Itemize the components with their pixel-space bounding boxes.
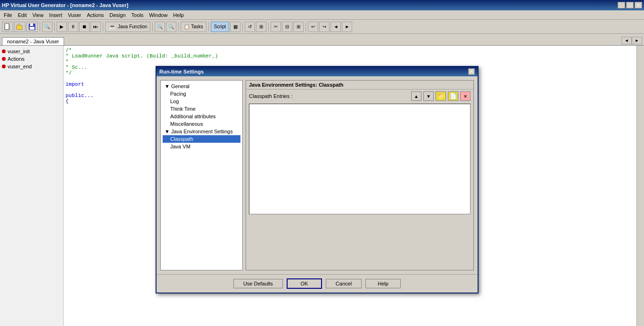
up-btn[interactable]: ▲ [411, 91, 421, 101]
down-btn[interactable]: ▼ [423, 91, 434, 101]
dtree-additional-attrs[interactable]: Additional attributes [163, 113, 240, 120]
dtree-miscellaneous[interactable]: Miscellaneous [163, 120, 240, 128]
run-btn[interactable]: ▶ [57, 22, 67, 32]
copy-btn[interactable]: ⊞ [256, 22, 266, 32]
code-line-2: * LoadRunner Java script. (Build: _build… [66, 53, 635, 59]
minimize-btn[interactable]: _ [618, 2, 625, 8]
classpath-label: Classpath Entries : [249, 93, 409, 99]
ok-btn[interactable]: OK [287, 278, 322, 289]
help-btn[interactable]: Help [365, 279, 401, 288]
dtree-classpath[interactable]: Classpath [163, 135, 240, 143]
left-panel: vuser_init Actions vuser_end [0, 46, 64, 326]
dialog-right-panel: Java Environment Settings: Classpath Cla… [246, 80, 474, 270]
right-panel-frame: Java Environment Settings: Classpath Cla… [246, 80, 474, 270]
tree-item-vuser-init[interactable]: vuser_init [0, 48, 63, 55]
vuser-init-label: vuser_init [8, 49, 30, 54]
code-line-1: /* [66, 48, 635, 53]
redo-btn[interactable]: ↪ [319, 22, 330, 32]
dtree-log[interactable]: Log [163, 98, 240, 105]
svg-rect-4 [30, 27, 34, 30]
zoom-in-btn[interactable]: 🔍 [155, 22, 165, 32]
menu-vuser[interactable]: Vuser [65, 10, 84, 19]
undo-btn[interactable]: ↩ [308, 22, 318, 32]
add-folder-btn[interactable]: 📁 [436, 91, 446, 101]
sep3 [103, 22, 103, 32]
open-btn[interactable] [14, 22, 25, 32]
replay-btn[interactable]: ↺ [245, 22, 255, 32]
maximize-btn[interactable]: □ [626, 2, 634, 8]
menu-help[interactable]: Help [170, 10, 187, 19]
dtree-java-vm[interactable]: Java VM [163, 143, 240, 150]
tree-item-vuser-end[interactable]: vuser_end [0, 63, 63, 70]
sep7 [242, 22, 243, 32]
script-label: Script [214, 24, 226, 29]
tab-nav-right[interactable]: ► [632, 37, 642, 44]
dialog-title: Run-time Settings [159, 69, 204, 74]
menu-tools[interactable]: Tools [129, 10, 147, 19]
java-function-icon: ☕ [108, 23, 116, 31]
search-btn[interactable]: 🔍 [42, 22, 52, 32]
actions-icon [2, 57, 6, 61]
sep9 [305, 22, 306, 32]
general-expand-icon: ▼ [165, 83, 170, 89]
nav2-btn[interactable]: ► [342, 22, 352, 32]
menu-view[interactable]: View [30, 10, 47, 19]
menu-window[interactable]: Window [146, 10, 170, 19]
main-scrollbar[interactable] [636, 46, 644, 326]
tasks-btn[interactable]: 📋 Tasks [181, 22, 206, 32]
save-btn[interactable] [26, 22, 38, 32]
vuser-end-label: vuser_end [8, 64, 32, 69]
view2-btn[interactable]: ▦ [230, 22, 240, 32]
cancel-btn[interactable]: Cancel [326, 279, 362, 288]
something-btn[interactable]: ⊟ [282, 22, 292, 32]
nav1-btn[interactable]: ◄ [330, 22, 341, 32]
svg-rect-0 [5, 24, 9, 30]
stop-btn[interactable]: ⏹ [79, 22, 90, 32]
vuser-init-icon [2, 49, 6, 53]
tab-bar: noname2 - Java Vuser ◄ ► [0, 34, 644, 46]
toolbar: 🔍 ▶ ⏸ ⏹ ⏭ ☕ Java Function 🔍 🔍 📋 Tasks Sc… [0, 20, 644, 34]
menu-actions[interactable]: Actions [84, 10, 107, 19]
app-title: HP Virtual User Generator - [noname2 - J… [2, 2, 128, 8]
new-btn[interactable] [2, 22, 13, 32]
dtree-java-env[interactable]: ▼ Java Environment Settings [163, 128, 240, 135]
java-env-expand-icon: ▼ [165, 129, 170, 134]
dtree-general[interactable]: ▼ General [163, 82, 240, 90]
sep5 [178, 22, 179, 32]
window-controls[interactable]: _ □ ✕ [618, 2, 642, 8]
classpath-listbox[interactable] [249, 104, 471, 214]
tasks-label: Tasks [191, 24, 203, 29]
dialog-tree[interactable]: ▼ General Pacing Log Think Time Addition… [160, 80, 243, 270]
zoom-out-btn[interactable]: 🔍 [166, 22, 176, 32]
dtree-think-time[interactable]: Think Time [163, 105, 240, 113]
java-function-btn[interactable]: ☕ Java Function [105, 22, 150, 32]
remove-btn[interactable]: ✕ [460, 91, 471, 101]
title-bar: HP Virtual User Generator - [noname2 - J… [0, 0, 644, 10]
java-function-label: Java Function [118, 24, 147, 29]
tab-noname2[interactable]: noname2 - Java Vuser [2, 37, 64, 45]
menu-edit[interactable]: Edit [15, 10, 30, 19]
sep8 [268, 22, 269, 32]
dialog-close-btn[interactable]: ✕ [468, 68, 475, 75]
dialog-footer: Use Defaults OK Cancel Help [157, 274, 478, 293]
classpath-header: Classpath Entries : ▲ ▼ 📁 📄 ✕ [246, 90, 473, 103]
dtree-pacing[interactable]: Pacing [163, 90, 240, 98]
cut-btn[interactable]: ✂ [271, 22, 281, 32]
add-file-btn[interactable]: 📄 [448, 91, 458, 101]
menu-file[interactable]: File [1, 10, 15, 19]
close-btn[interactable]: ✕ [635, 2, 642, 8]
code-line-3: * [66, 59, 635, 65]
svg-rect-3 [30, 24, 33, 26]
pause-btn[interactable]: ⏸ [68, 22, 78, 32]
svg-rect-1 [17, 25, 22, 30]
script-btn[interactable]: Script [211, 22, 230, 32]
tree-item-actions[interactable]: Actions [0, 55, 63, 63]
dialog-title-bar: Run-time Settings ✕ [157, 67, 478, 76]
right-panel-title: Java Environment Settings: Classpath [246, 81, 473, 90]
something2-btn[interactable]: ⊞ [293, 22, 304, 32]
menu-insert[interactable]: Insert [46, 10, 65, 19]
step-btn[interactable]: ⏭ [91, 22, 101, 32]
tab-nav-left[interactable]: ◄ [621, 37, 632, 44]
use-defaults-btn[interactable]: Use Defaults [233, 279, 283, 288]
menu-design[interactable]: Design [107, 10, 128, 19]
